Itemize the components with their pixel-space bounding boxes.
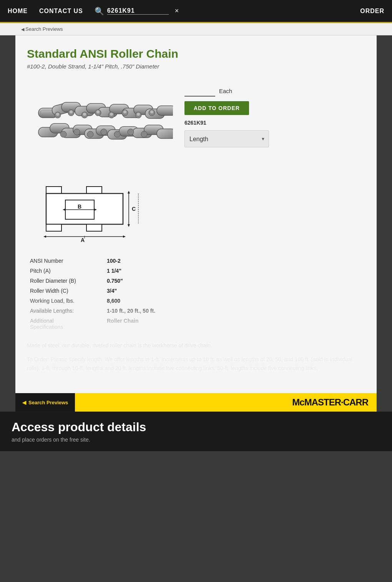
svg-rect-52 [46,224,61,231]
quantity-row: Each [184,85,232,97]
svg-rect-49 [86,187,102,193]
spec-label: Roller Width (C) [27,286,104,296]
specs-section: ANSI Number100-2Pitch (A)1 1/4"Roller Di… [27,256,365,372]
breadcrumb-link[interactable]: Search Previews [21,26,63,32]
diagram-image: A B C [27,179,150,244]
mcmaster-branding: McMASTER·CARR [75,393,377,412]
svg-text:B: B [78,203,81,210]
spec-label: Pitch (A) [27,266,104,276]
svg-point-37 [128,129,134,135]
search-previews-label: Search Previews [28,400,68,405]
bottom-overlay-row: ◀ Search Previews McMASTER·CARR [15,393,377,412]
access-footer-title: Access product details [12,420,380,434]
svg-point-33 [74,129,80,135]
add-to-order-button[interactable]: ADD TO ORDER [184,101,249,115]
svg-point-39 [56,113,59,116]
spec-value: Roller Chain [104,316,365,332]
spec-row: Additional SpecificationsRoller Chain [27,316,365,332]
length-select[interactable]: Length 1 ft 2 ft 3 ft 4 ft 5 ft 6 ft 7 f… [184,130,269,147]
spec-row: Available Lengths:1-10 ft., 20 ft., 50 f… [27,306,365,316]
spec-label: Available Lengths: [27,306,104,316]
spec-row: Working Load, lbs.8,600 [27,296,365,306]
spec-row: Roller Diameter (B)0.750" [27,276,365,286]
svg-text:A: A [81,237,85,243]
part-number: 6261K91 [184,120,206,126]
svg-point-43 [110,113,113,116]
search-previews-arrow: ◀ [22,400,26,405]
spec-row: Roller Width (C)3/4" [27,286,365,296]
svg-point-46 [150,110,153,113]
svg-point-38 [141,131,147,137]
nav-contact-link[interactable]: CONTACT US [39,8,83,15]
svg-point-45 [137,113,140,116]
product-top-section: Each ADD TO ORDER 6261K91 Length 1 ft 2 … [27,77,365,167]
product-subtitle: #100-2, Double Strand, 1-1/4" Pitch, .75… [27,63,365,70]
nav-order-link[interactable]: ORDER [360,8,384,15]
description-para2: To Order: Please specify length. We offe… [27,355,365,372]
nav-clear-button[interactable]: × [175,7,179,15]
svg-point-35 [101,129,107,135]
product-image [27,77,173,166]
spec-row: ANSI Number100-2 [27,256,365,266]
breadcrumb-bar: Search Previews [0,23,392,35]
quantity-input[interactable] [184,85,215,97]
svg-rect-23 [157,129,173,138]
spec-value: 8,600 [104,296,365,306]
svg-point-34 [87,131,93,137]
svg-text:C: C [132,206,136,212]
search-icon: 🔍 [95,7,104,16]
description-para1: Made of steel, our durable, riveted roll… [27,341,365,350]
svg-point-36 [114,131,120,137]
spec-value: 1-10 ft., 20 ft., 50 ft. [104,306,365,316]
specs-table: ANSI Number100-2Pitch (A)1 1/4"Roller Di… [27,256,365,332]
navbar: HOME CONTACT US 🔍 × ORDER [0,0,392,23]
mcmaster-logo: McMASTER·CARR [292,397,368,408]
nav-search-input[interactable] [107,7,169,15]
product-image-area [27,77,177,167]
spec-value: 100-2 [104,256,365,266]
spec-label: ANSI Number [27,256,104,266]
svg-rect-53 [86,224,102,231]
spec-label: Working Load, lbs. [27,296,104,306]
svg-point-42 [96,110,100,113]
svg-point-40 [70,110,73,113]
product-title: Standard ANSI Roller Chain [27,47,365,61]
svg-point-44 [123,110,126,113]
access-footer: Access product details and place orders … [0,412,392,451]
search-previews-button[interactable]: ◀ Search Previews [15,393,75,412]
nav-search-area: 🔍 × [95,7,360,16]
unit-label: Each [219,88,232,94]
diagram-section: A B C [27,179,365,244]
spec-label: Roller Diameter (B) [27,276,104,286]
product-order-area: Each ADD TO ORDER 6261K91 Length 1 ft 2 … [184,77,365,167]
length-select-wrapper: Length 1 ft 2 ft 3 ft 4 ft 5 ft 6 ft 7 f… [184,130,269,147]
nav-home-link[interactable]: HOME [8,8,28,15]
svg-rect-48 [46,187,61,193]
spec-row: Pitch (A)1 1/4" [27,266,365,276]
main-content: Standard ANSI Roller Chain #100-2, Doubl… [15,35,377,393]
svg-rect-12 [157,106,173,115]
spec-value: 3/4" [104,286,365,296]
svg-rect-0 [27,77,173,166]
access-footer-subtitle: and place orders on the free site. [12,437,380,443]
spec-value: 1 1/4" [104,266,365,276]
spec-label: Additional Specifications [27,316,104,332]
svg-point-32 [60,131,66,137]
spec-value: 0.750" [104,276,365,286]
svg-point-41 [83,113,86,116]
